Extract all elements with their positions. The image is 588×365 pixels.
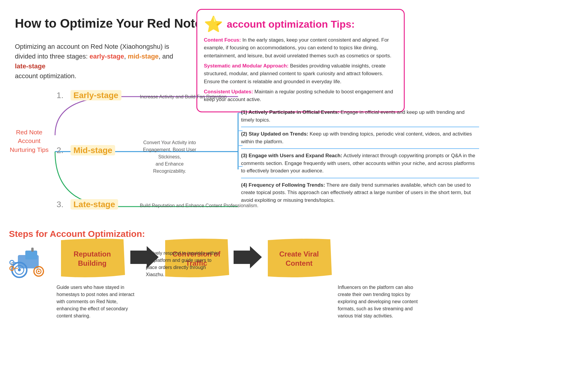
viral-box-text: Create ViralContent [279, 249, 319, 268]
svg-marker-23 [234, 246, 262, 268]
subtitle-end: account optimization. [15, 72, 76, 80]
steps-title: Steps for Account Optimization: [9, 229, 145, 239]
svg-rect-21 [31, 248, 34, 252]
stage-mid-name: Mid-stage [71, 145, 115, 155]
reputation-box-text: ReputationBuilding [74, 249, 111, 268]
tips-list: Content Focus: In the early stages, keep… [204, 36, 397, 104]
stage-early: 1. Early-stage [57, 91, 121, 100]
stage-mid: 2. Mid-stage [57, 146, 115, 155]
reputation-desc: Guide users who have stayed in homestays… [57, 284, 135, 320]
stage1-label: early-stage [90, 53, 124, 60]
tips-item-3: Consistent Updates: Maintain a regular p… [204, 88, 397, 104]
center-label: Red Note Account Nurturing Tips [5, 128, 53, 154]
reputation-building-box: ReputationBuilding [58, 238, 126, 279]
tractor-icon [9, 246, 52, 280]
tips-label-1: Content Focus: [204, 37, 241, 43]
bullet-bold-3: (3) Engage with Users and Expand Reach: [241, 153, 342, 158]
stage-late: 3. Late-stage [57, 200, 118, 209]
stage2-label: mid-stage [128, 53, 159, 60]
subtitle: Optimizing an account on Red Note (Xiaoh… [15, 42, 187, 81]
mid-subtitle: Convert Your Activity intoEngagement, Bo… [140, 139, 199, 175]
svg-point-12 [18, 268, 21, 271]
bullet-item-4: (4) Frequency of Following Trends: There… [241, 178, 479, 207]
stage3-label: late-stage [15, 62, 46, 70]
bullet-bold-1: (1) Actively Participate in Official Eve… [241, 109, 339, 115]
tips-label-3: Consistent Updates: [204, 89, 253, 95]
stage-late-num: 3. [57, 200, 63, 209]
bullet-bold-4: (4) Frequency of Following Trends: [241, 182, 325, 188]
svg-point-15 [38, 270, 40, 272]
stage-mid-num: 2. [57, 146, 63, 155]
tips-box: ⭐ account optimization Tips: Content Foc… [196, 9, 405, 112]
early-subtitle: Increase Activity and Build Fan Retentio… [140, 94, 227, 100]
stage-early-num: 1. [57, 91, 63, 100]
arrow-2 [234, 246, 262, 270]
tips-box-title: account optimization Tips: [227, 18, 355, 30]
viral-desc: Influencers on the platform can also cre… [338, 284, 424, 320]
bullet-item-2: (2) Stay Updated on Trends: Keep up with… [241, 127, 479, 149]
late-subtitle: Build Reputation and Enhance Content Pro… [140, 203, 258, 208]
stage-early-name: Early-stage [71, 90, 121, 100]
stage-late-name: Late-stage [71, 199, 118, 210]
bullet-section: (1) Actively Participate in Official Eve… [241, 106, 479, 207]
bullet-item-3: (3) Engage with Users and Expand Reach: … [241, 149, 479, 178]
bullet-bold-2: (2) Stay Updated on Trends: [241, 131, 308, 137]
star-icon: ⭐ [204, 15, 223, 33]
conversion-desc: Actively respond to inquiries within the… [146, 250, 220, 278]
tips-item-2: Systematic and Modular Approach: Besides… [204, 62, 397, 86]
tips-box-header: ⭐ account optimization Tips: [204, 15, 397, 33]
tips-label-2: Systematic and Modular Approach: [204, 63, 289, 69]
viral-content-box: Create ViralContent [265, 238, 333, 279]
tips-item-1: Content Focus: In the early stages, keep… [204, 36, 397, 60]
bullet-item-1: (1) Actively Participate in Official Eve… [241, 106, 479, 127]
svg-rect-9 [25, 251, 37, 259]
